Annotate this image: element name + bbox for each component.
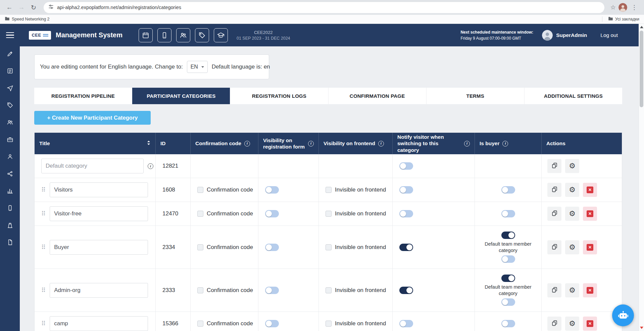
copy-button[interactable] xyxy=(547,207,561,221)
drag-handle-icon[interactable] xyxy=(41,210,46,217)
tab-confirmation-page[interactable]: CONFIRMATION PAGE xyxy=(329,88,427,104)
language-select[interactable]: EN xyxy=(187,61,208,73)
browser-profile-avatar[interactable] xyxy=(618,3,627,12)
is-buyer-toggle[interactable] xyxy=(501,275,515,282)
sidebar-item-mobile-app[interactable] xyxy=(7,205,13,211)
site-info-icon[interactable] xyxy=(48,4,54,11)
is-buyer-toggle[interactable] xyxy=(501,186,515,194)
sidebar-item-travel[interactable] xyxy=(7,85,13,91)
copy-button[interactable] xyxy=(547,183,561,197)
tab-participant-categories[interactable]: PARTICIPANT CATEGORIES xyxy=(132,88,230,104)
invisible-frontend-checkbox[interactable] xyxy=(326,321,332,327)
attendees-button[interactable] xyxy=(176,28,190,42)
create-category-button[interactable]: + Create New Participant Category xyxy=(34,111,151,125)
notify-visitor-toggle[interactable] xyxy=(399,210,413,217)
category-title-input[interactable] xyxy=(50,316,148,331)
confirmation-code-checkbox[interactable] xyxy=(197,244,203,250)
copy-button[interactable] xyxy=(547,317,561,331)
delete-button[interactable] xyxy=(583,183,597,197)
sidebar-item-profile[interactable] xyxy=(7,153,13,160)
forward-button[interactable]: → xyxy=(16,2,27,13)
tab-additional-settings[interactable]: ADDITIONAL SETTINGS xyxy=(525,88,622,104)
sort-icon[interactable] xyxy=(147,140,151,147)
settings-button[interactable] xyxy=(565,283,579,297)
address-bar[interactable]: api-alpha2.expoplatform.net/admin/regist… xyxy=(44,2,604,13)
all-bookmarks[interactable]: Усі закладки xyxy=(608,16,639,22)
category-title-input[interactable] xyxy=(50,206,148,221)
education-button[interactable] xyxy=(214,28,228,42)
registration-form-visibility-toggle[interactable] xyxy=(265,244,279,251)
logout-button[interactable]: Log out xyxy=(600,32,618,38)
copy-button[interactable] xyxy=(547,283,561,297)
category-title-input[interactable] xyxy=(50,283,148,298)
invisible-frontend-checkbox[interactable] xyxy=(326,187,332,193)
settings-button[interactable] xyxy=(565,159,579,173)
sidebar-item-share[interactable] xyxy=(7,170,13,177)
team-member-category-toggle[interactable] xyxy=(501,298,515,306)
bookmark-folder[interactable]: Speed Networking 2 xyxy=(5,16,50,22)
scrollbar-down-arrow[interactable] xyxy=(640,327,643,329)
registration-form-visibility-toggle[interactable] xyxy=(265,320,279,327)
delete-button[interactable] xyxy=(583,207,597,221)
is-buyer-toggle[interactable] xyxy=(501,210,515,217)
category-title-input[interactable] xyxy=(41,159,144,173)
sidebar-item-edit[interactable] xyxy=(7,50,13,57)
scrollbar-up-arrow[interactable] xyxy=(640,26,643,28)
scrollbar-thumb[interactable] xyxy=(640,31,643,107)
notify-visitor-toggle[interactable] xyxy=(399,186,413,194)
confirmation-code-checkbox[interactable] xyxy=(197,187,203,193)
mobile-app-button[interactable] xyxy=(157,28,171,42)
invisible-frontend-checkbox[interactable] xyxy=(326,244,332,250)
page-scrollbar[interactable] xyxy=(639,24,644,331)
sidebar-item-briefcase[interactable] xyxy=(7,136,13,143)
settings-button[interactable] xyxy=(565,317,579,331)
team-member-category-toggle[interactable] xyxy=(501,255,515,263)
notify-visitor-toggle[interactable] xyxy=(399,320,413,327)
url-text[interactable]: api-alpha2.expoplatform.net/admin/regist… xyxy=(57,5,181,10)
notify-visitor-toggle[interactable] xyxy=(399,162,413,170)
is-buyer-toggle[interactable] xyxy=(501,232,515,239)
copy-button[interactable] xyxy=(547,240,561,254)
invisible-frontend-checkbox[interactable] xyxy=(326,211,332,217)
settings-button[interactable] xyxy=(565,207,579,221)
settings-button[interactable] xyxy=(565,240,579,254)
tab-terms[interactable]: TERMS xyxy=(427,88,525,104)
avatar[interactable] xyxy=(542,30,553,41)
delete-button[interactable] xyxy=(583,240,597,254)
settings-button[interactable] xyxy=(565,183,579,197)
notify-visitor-toggle[interactable] xyxy=(399,244,413,251)
registration-form-visibility-toggle[interactable] xyxy=(265,210,279,217)
copy-button[interactable] xyxy=(547,159,561,173)
tags-button[interactable] xyxy=(195,28,209,42)
calendar-button[interactable] xyxy=(139,28,153,42)
sidebar-item-tags[interactable] xyxy=(7,102,13,109)
drag-handle-icon[interactable] xyxy=(41,287,46,294)
tab-registration-pipeline[interactable]: REGISTRATION PIPELINE xyxy=(34,88,132,104)
sidebar-item-attendees[interactable] xyxy=(7,119,13,126)
delete-button[interactable] xyxy=(583,283,597,297)
invisible-frontend-checkbox[interactable] xyxy=(326,287,332,293)
drag-handle-icon[interactable] xyxy=(41,186,46,194)
menu-icon[interactable] xyxy=(6,32,14,38)
confirmation-code-checkbox[interactable] xyxy=(197,321,203,327)
back-button[interactable]: ← xyxy=(4,2,15,13)
is-buyer-toggle[interactable] xyxy=(501,320,515,327)
sidebar-item-content[interactable] xyxy=(7,68,13,74)
delete-button[interactable] xyxy=(583,317,597,331)
support-chat-button[interactable] xyxy=(612,304,634,326)
bookmark-star-icon[interactable]: ☆ xyxy=(610,4,616,11)
registration-form-visibility-toggle[interactable] xyxy=(265,287,279,294)
browser-menu-icon[interactable]: ⋮ xyxy=(629,4,640,11)
notify-visitor-toggle[interactable] xyxy=(399,287,413,294)
drag-handle-icon[interactable] xyxy=(41,244,46,251)
category-title-input[interactable] xyxy=(50,182,148,197)
registration-form-visibility-toggle[interactable] xyxy=(265,186,279,194)
category-title-input[interactable] xyxy=(50,240,148,255)
drag-handle-icon[interactable] xyxy=(41,320,46,327)
sidebar-item-documents[interactable] xyxy=(7,239,13,246)
sidebar-item-exhibitor-stand[interactable] xyxy=(7,222,13,229)
confirmation-code-checkbox[interactable] xyxy=(197,211,203,217)
confirmation-code-checkbox[interactable] xyxy=(197,287,203,293)
reload-button[interactable]: ↻ xyxy=(28,2,39,13)
tab-registration-logs[interactable]: REGISTRATION LOGS xyxy=(230,88,328,104)
